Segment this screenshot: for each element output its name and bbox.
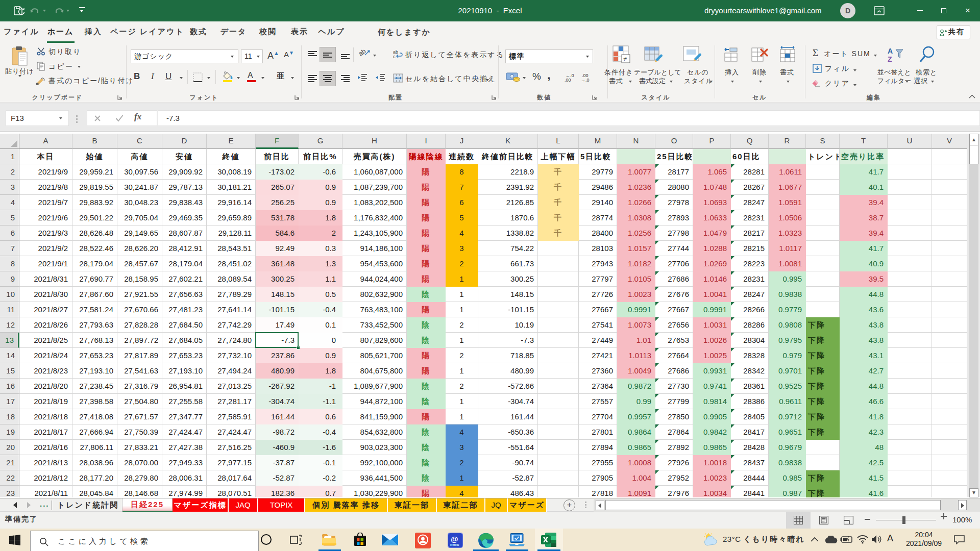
svg-text:A: A <box>888 47 893 55</box>
svg-text:@: @ <box>451 535 458 543</box>
svg-text:c: c <box>393 54 396 59</box>
svg-text:Z: Z <box>888 55 892 63</box>
svg-text:menu: menu <box>450 543 459 546</box>
svg-text:≠: ≠ <box>623 55 627 63</box>
svg-text:.00: .00 <box>565 78 571 82</box>
svg-text:→.0: →.0 <box>581 78 590 82</box>
